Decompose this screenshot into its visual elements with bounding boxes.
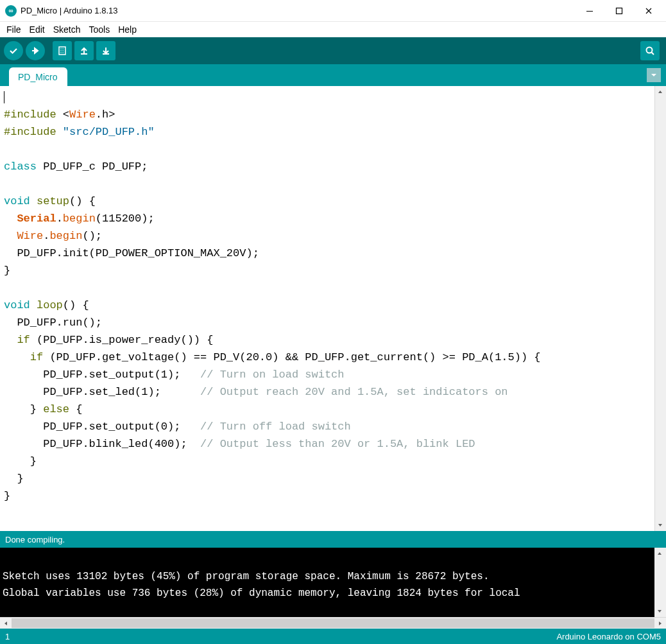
svg-rect-4 — [103, 53, 109, 55]
svg-point-5 — [647, 48, 653, 53]
scroll-down-icon[interactable] — [655, 519, 665, 531]
tab-strip: PD_Micro — [0, 64, 666, 86]
scroll-left-icon[interactable] — [0, 618, 12, 629]
menu-help[interactable]: Help — [114, 23, 141, 36]
verify-button[interactable] — [4, 41, 23, 60]
toolbar — [0, 37, 666, 64]
console-horizontal-scrollbar[interactable] — [0, 617, 666, 629]
menu-edit[interactable]: Edit — [26, 23, 49, 36]
window-title: PD_Micro | Arduino 1.8.13 — [21, 6, 575, 15]
menu-file[interactable]: File — [3, 23, 25, 36]
menubar: File Edit Sketch Tools Help — [0, 22, 666, 37]
menu-tools[interactable]: Tools — [85, 23, 114, 36]
tab-dropdown-button[interactable] — [647, 68, 661, 82]
console-line: Sketch uses 13102 bytes (45%) of program… — [3, 571, 490, 582]
svg-rect-0 — [586, 11, 593, 12]
minimize-button[interactable] — [575, 1, 604, 21]
board-port-indicator: Arduino Leonardo on COM5 — [556, 632, 661, 641]
scroll-down-icon[interactable] — [654, 605, 665, 617]
upload-button[interactable] — [26, 41, 45, 60]
console-vertical-scrollbar[interactable] — [654, 548, 666, 617]
serial-monitor-button[interactable] — [640, 41, 660, 60]
console-area: Sketch uses 13102 bytes (45%) of program… — [0, 548, 666, 617]
compile-status-text: Done compiling. — [5, 535, 65, 544]
horizontal-scroll-thumb[interactable] — [12, 618, 654, 628]
scroll-up-icon[interactable] — [654, 548, 665, 559]
svg-rect-1 — [617, 8, 622, 13]
scroll-up-icon[interactable] — [655, 86, 665, 98]
editor-vertical-scrollbar[interactable] — [654, 86, 666, 531]
console-output[interactable]: Sketch uses 13102 bytes (45%) of program… — [0, 548, 654, 617]
menu-sketch[interactable]: Sketch — [49, 23, 85, 36]
editor-area: #include <Wire.h> #include "src/PD_UFP.h… — [0, 86, 666, 531]
arduino-app-icon: ∞ — [5, 5, 17, 17]
console-line: Global variables use 736 bytes (28%) of … — [3, 587, 526, 599]
svg-rect-3 — [81, 53, 87, 55]
save-button[interactable] — [96, 41, 115, 60]
window-controls — [575, 1, 663, 21]
open-button[interactable] — [74, 41, 94, 60]
footer-status-bar: 1 Arduino Leonardo on COM5 — [0, 629, 666, 644]
code-editor[interactable]: #include <Wire.h> #include "src/PD_UFP.h… — [0, 86, 654, 531]
titlebar: ∞ PD_Micro | Arduino 1.8.13 — [0, 0, 666, 22]
compile-status-bar: Done compiling. — [0, 531, 666, 548]
maximize-button[interactable] — [604, 1, 634, 21]
close-button[interactable] — [634, 1, 663, 21]
tab-pd-micro[interactable]: PD_Micro — [9, 67, 67, 86]
new-button[interactable] — [53, 41, 72, 60]
scroll-right-icon[interactable] — [654, 618, 666, 629]
line-number-indicator: 1 — [5, 632, 556, 641]
